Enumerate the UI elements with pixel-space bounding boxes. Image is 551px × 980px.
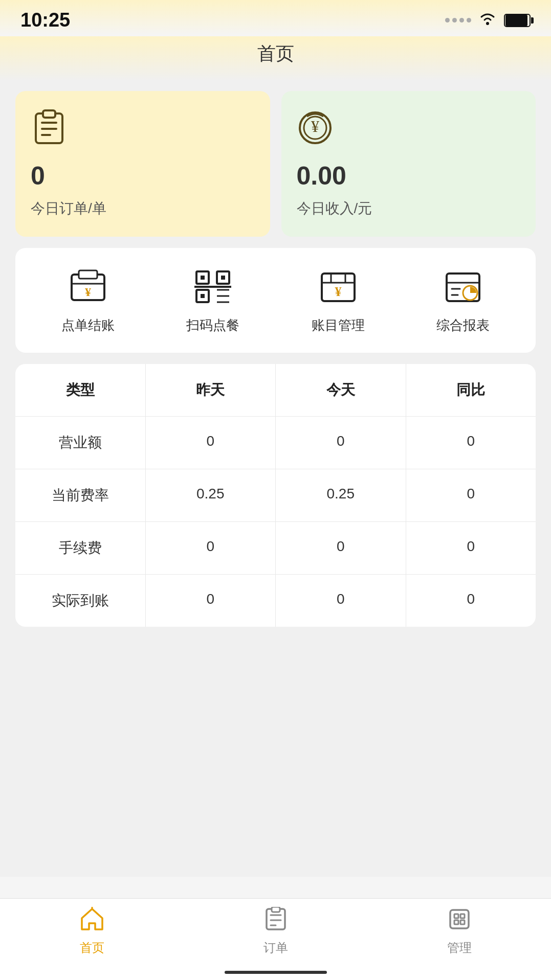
cell-yoy-0: 0 <box>406 417 536 469</box>
income-value: 0.00 <box>297 161 521 191</box>
top-cards: 0 今日订单/单 ¥ 0.00 今日收入/元 <box>15 91 536 237</box>
cell-today-1: 0.25 <box>276 469 406 521</box>
svg-text:¥: ¥ <box>85 285 91 299</box>
cell-yoy-1: 0 <box>406 469 536 521</box>
cell-yesterday-0: 0 <box>146 417 276 469</box>
table-row: 实际到账 0 0 0 <box>15 575 536 627</box>
svg-rect-41 <box>460 914 465 918</box>
account-manage-icon: ¥ <box>315 266 361 307</box>
action-order-checkout[interactable]: ¥ 点单结账 <box>61 266 115 334</box>
cell-yoy-3: 0 <box>406 575 536 627</box>
home-icon <box>80 907 104 936</box>
col-yesterday: 昨天 <box>146 364 276 416</box>
orders-nav-icon <box>263 907 288 936</box>
scan-order-icon <box>190 266 236 307</box>
action-reports-label: 综合报表 <box>436 316 490 334</box>
cell-type-2: 手续费 <box>15 522 146 574</box>
svg-point-0 <box>486 22 489 25</box>
action-scan-order[interactable]: 扫码点餐 <box>186 266 239 334</box>
main-content: 0 今日订单/单 ¥ 0.00 今日收入/元 <box>0 81 551 877</box>
cell-yoy-2: 0 <box>406 522 536 574</box>
income-icon: ¥ <box>297 109 521 153</box>
stats-table: 类型 昨天 今天 同比 营业额 0 0 0 当前费率 0.25 0.25 0 手… <box>15 364 536 627</box>
nav-home[interactable]: 首页 <box>0 907 184 956</box>
table-header-row: 类型 昨天 今天 同比 <box>15 364 536 417</box>
cell-yesterday-2: 0 <box>146 522 276 574</box>
action-account-manage[interactable]: ¥ 账目管理 <box>312 266 365 334</box>
nav-home-label: 首页 <box>80 940 104 956</box>
table-row: 当前费率 0.25 0.25 0 <box>15 469 536 522</box>
action-scan-order-label: 扫码点餐 <box>186 316 239 334</box>
svg-rect-38 <box>272 907 280 912</box>
reports-icon <box>440 266 486 307</box>
nav-manage-label: 管理 <box>447 940 472 956</box>
order-checkout-icon: ¥ <box>65 266 111 307</box>
col-yoy: 同比 <box>406 364 536 416</box>
svg-text:¥: ¥ <box>335 284 341 299</box>
quick-actions: ¥ 点单结账 <box>15 248 536 353</box>
svg-rect-18 <box>201 294 205 298</box>
svg-text:¥: ¥ <box>311 117 319 135</box>
orders-value: 0 <box>31 161 255 191</box>
manage-nav-icon <box>447 907 472 936</box>
table-row: 营业额 0 0 0 <box>15 417 536 469</box>
nav-orders-label: 订单 <box>263 940 288 956</box>
status-bar: 10:25 <box>0 0 551 36</box>
cell-type-3: 实际到账 <box>15 575 146 627</box>
svg-rect-40 <box>454 914 458 918</box>
orders-label: 今日订单/单 <box>31 199 255 218</box>
nav-manage[interactable]: 管理 <box>367 907 551 956</box>
nav-orders[interactable]: 订单 <box>184 907 367 956</box>
bottom-nav: 首页 订单 管理 <box>0 898 551 980</box>
orders-icon <box>31 109 255 153</box>
orders-card: 0 今日订单/单 <box>15 91 270 237</box>
svg-rect-39 <box>450 910 469 928</box>
wifi-icon <box>478 11 497 30</box>
cell-type-1: 当前费率 <box>15 469 146 521</box>
svg-rect-12 <box>79 270 97 279</box>
status-icons <box>445 11 531 30</box>
cell-yesterday-1: 0.25 <box>146 469 276 521</box>
table-row: 手续费 0 0 0 <box>15 522 536 575</box>
cell-type-0: 营业额 <box>15 417 146 469</box>
cell-today-3: 0 <box>276 575 406 627</box>
battery-icon <box>504 14 531 27</box>
header: 首页 <box>0 36 551 81</box>
signal-icon <box>445 18 471 22</box>
income-card: ¥ 0.00 今日收入/元 <box>281 91 536 237</box>
svg-rect-42 <box>454 920 458 924</box>
status-time: 10:25 <box>20 9 70 31</box>
income-label: 今日收入/元 <box>297 199 521 218</box>
page-title: 首页 <box>257 43 294 64</box>
col-type: 类型 <box>15 364 146 416</box>
action-order-checkout-label: 点单结账 <box>61 316 115 334</box>
cell-today-0: 0 <box>276 417 406 469</box>
svg-rect-43 <box>460 920 465 924</box>
svg-rect-5 <box>43 110 55 118</box>
action-reports[interactable]: 综合报表 <box>436 266 490 334</box>
cell-today-2: 0 <box>276 522 406 574</box>
home-indicator <box>225 971 327 974</box>
svg-rect-14 <box>201 276 205 280</box>
svg-rect-16 <box>221 276 225 280</box>
cell-yesterday-3: 0 <box>146 575 276 627</box>
action-account-manage-label: 账目管理 <box>312 316 365 334</box>
col-today: 今天 <box>276 364 406 416</box>
